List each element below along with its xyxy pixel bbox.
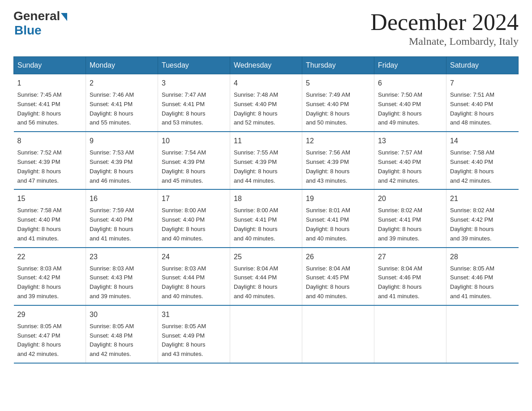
calendar-cell — [230, 305, 302, 363]
day-number: 27 — [378, 252, 442, 262]
calendar-cell: 12Sunrise: 7:56 AMSunset: 4:39 PMDayligh… — [302, 132, 374, 189]
day-number: 23 — [90, 252, 154, 262]
calendar-cell: 14Sunrise: 7:58 AMSunset: 4:40 PMDayligh… — [446, 132, 519, 189]
header-tuesday: Tuesday — [158, 57, 230, 74]
calendar-cell: 30Sunrise: 8:05 AMSunset: 4:48 PMDayligh… — [86, 305, 158, 363]
week-row-4: 22Sunrise: 8:03 AMSunset: 4:42 PMDayligh… — [14, 248, 519, 305]
calendar-cell: 4Sunrise: 7:48 AMSunset: 4:40 PMDaylight… — [230, 74, 302, 132]
calendar-header-row: SundayMondayTuesdayWednesdayThursdayFrid… — [14, 57, 519, 74]
calendar-cell: 16Sunrise: 7:59 AMSunset: 4:40 PMDayligh… — [86, 189, 158, 247]
calendar-cell: 7Sunrise: 7:51 AMSunset: 4:40 PMDaylight… — [446, 74, 519, 132]
calendar-cell: 10Sunrise: 7:54 AMSunset: 4:39 PMDayligh… — [158, 132, 230, 189]
header-saturday: Saturday — [446, 57, 519, 74]
day-info: Sunrise: 8:04 AMSunset: 4:45 PMDaylight:… — [306, 264, 370, 301]
week-row-1: 1Sunrise: 7:45 AMSunset: 4:41 PMDaylight… — [14, 74, 519, 132]
day-number: 24 — [162, 252, 226, 262]
header-wednesday: Wednesday — [230, 57, 302, 74]
day-info: Sunrise: 7:51 AMSunset: 4:40 PMDaylight:… — [450, 90, 515, 128]
day-number: 12 — [306, 136, 370, 146]
day-number: 11 — [234, 136, 298, 146]
day-info: Sunrise: 8:03 AMSunset: 4:42 PMDaylight:… — [17, 264, 82, 301]
day-info: Sunrise: 8:03 AMSunset: 4:43 PMDaylight:… — [90, 264, 154, 301]
day-info: Sunrise: 8:05 AMSunset: 4:47 PMDaylight:… — [17, 322, 82, 359]
day-number: 9 — [90, 136, 154, 146]
calendar-cell: 1Sunrise: 7:45 AMSunset: 4:41 PMDaylight… — [14, 74, 86, 132]
calendar-cell: 24Sunrise: 8:03 AMSunset: 4:44 PMDayligh… — [158, 248, 230, 305]
calendar-cell: 26Sunrise: 8:04 AMSunset: 4:45 PMDayligh… — [302, 248, 374, 305]
week-row-3: 15Sunrise: 7:58 AMSunset: 4:40 PMDayligh… — [14, 189, 519, 247]
header-sunday: Sunday — [14, 57, 86, 74]
day-number: 14 — [450, 136, 515, 146]
day-number: 10 — [162, 136, 226, 146]
day-info: Sunrise: 7:54 AMSunset: 4:39 PMDaylight:… — [162, 148, 226, 185]
day-info: Sunrise: 8:04 AMSunset: 4:46 PMDaylight:… — [378, 264, 442, 301]
day-info: Sunrise: 8:05 AMSunset: 4:48 PMDaylight:… — [90, 322, 154, 359]
title-block: December 2024 Malnate, Lombardy, Italy — [370, 9, 519, 47]
day-number: 28 — [450, 252, 515, 262]
day-info: Sunrise: 8:02 AMSunset: 4:42 PMDaylight:… — [450, 206, 515, 243]
calendar-cell: 23Sunrise: 8:03 AMSunset: 4:43 PMDayligh… — [86, 248, 158, 305]
logo-blue-text: Blue — [14, 23, 67, 38]
day-info: Sunrise: 8:05 AMSunset: 4:49 PMDaylight:… — [162, 322, 226, 359]
calendar-cell: 8Sunrise: 7:52 AMSunset: 4:39 PMDaylight… — [14, 132, 86, 189]
header-friday: Friday — [374, 57, 446, 74]
calendar-cell: 31Sunrise: 8:05 AMSunset: 4:49 PMDayligh… — [158, 305, 230, 363]
week-row-5: 29Sunrise: 8:05 AMSunset: 4:47 PMDayligh… — [14, 305, 519, 363]
day-info: Sunrise: 8:03 AMSunset: 4:44 PMDaylight:… — [162, 264, 226, 301]
day-number: 19 — [306, 193, 370, 204]
logo: General Blue — [13, 9, 67, 38]
calendar-cell — [446, 305, 519, 363]
calendar-cell: 5Sunrise: 7:49 AMSunset: 4:40 PMDaylight… — [302, 74, 374, 132]
day-info: Sunrise: 7:50 AMSunset: 4:40 PMDaylight:… — [378, 90, 442, 128]
day-info: Sunrise: 7:59 AMSunset: 4:40 PMDaylight:… — [90, 206, 154, 243]
calendar-cell: 18Sunrise: 8:00 AMSunset: 4:41 PMDayligh… — [230, 189, 302, 247]
day-info: Sunrise: 7:56 AMSunset: 4:39 PMDaylight:… — [306, 148, 370, 185]
day-info: Sunrise: 8:02 AMSunset: 4:41 PMDaylight:… — [378, 206, 442, 243]
day-number: 29 — [17, 309, 82, 320]
calendar-cell: 27Sunrise: 8:04 AMSunset: 4:46 PMDayligh… — [374, 248, 446, 305]
day-info: Sunrise: 7:49 AMSunset: 4:40 PMDaylight:… — [306, 90, 370, 128]
calendar-cell: 25Sunrise: 8:04 AMSunset: 4:44 PMDayligh… — [230, 248, 302, 305]
day-number: 7 — [450, 78, 515, 89]
day-number: 20 — [378, 193, 442, 204]
header-monday: Monday — [86, 57, 158, 74]
day-number: 8 — [17, 136, 82, 146]
day-info: Sunrise: 8:04 AMSunset: 4:44 PMDaylight:… — [234, 264, 298, 301]
day-info: Sunrise: 8:05 AMSunset: 4:46 PMDaylight:… — [450, 264, 515, 301]
day-info: Sunrise: 7:57 AMSunset: 4:40 PMDaylight:… — [378, 148, 442, 185]
day-info: Sunrise: 7:58 AMSunset: 4:40 PMDaylight:… — [450, 148, 515, 185]
day-number: 21 — [450, 193, 515, 204]
calendar-cell: 13Sunrise: 7:57 AMSunset: 4:40 PMDayligh… — [374, 132, 446, 189]
day-info: Sunrise: 7:46 AMSunset: 4:41 PMDaylight:… — [90, 90, 154, 128]
day-number: 2 — [90, 78, 154, 89]
location-subtitle: Malnate, Lombardy, Italy — [370, 35, 519, 47]
day-info: Sunrise: 8:00 AMSunset: 4:40 PMDaylight:… — [162, 206, 226, 243]
logo-arrow-icon — [61, 13, 67, 21]
calendar-cell: 22Sunrise: 8:03 AMSunset: 4:42 PMDayligh… — [14, 248, 86, 305]
day-info: Sunrise: 8:00 AMSunset: 4:41 PMDaylight:… — [234, 206, 298, 243]
day-info: Sunrise: 7:53 AMSunset: 4:39 PMDaylight:… — [90, 148, 154, 185]
day-number: 4 — [234, 78, 298, 89]
calendar-cell: 3Sunrise: 7:47 AMSunset: 4:41 PMDaylight… — [158, 74, 230, 132]
calendar-cell: 9Sunrise: 7:53 AMSunset: 4:39 PMDaylight… — [86, 132, 158, 189]
day-number: 26 — [306, 252, 370, 262]
day-number: 6 — [378, 78, 442, 89]
day-number: 18 — [234, 193, 298, 204]
calendar-cell: 2Sunrise: 7:46 AMSunset: 4:41 PMDaylight… — [86, 74, 158, 132]
day-number: 22 — [17, 252, 82, 262]
header-thursday: Thursday — [302, 57, 374, 74]
day-info: Sunrise: 7:45 AMSunset: 4:41 PMDaylight:… — [17, 90, 82, 128]
calendar-cell: 28Sunrise: 8:05 AMSunset: 4:46 PMDayligh… — [446, 248, 519, 305]
day-info: Sunrise: 8:01 AMSunset: 4:41 PMDaylight:… — [306, 206, 370, 243]
day-info: Sunrise: 7:55 AMSunset: 4:39 PMDaylight:… — [234, 148, 298, 185]
calendar-cell: 11Sunrise: 7:55 AMSunset: 4:39 PMDayligh… — [230, 132, 302, 189]
calendar-cell: 17Sunrise: 8:00 AMSunset: 4:40 PMDayligh… — [158, 189, 230, 247]
calendar-cell: 15Sunrise: 7:58 AMSunset: 4:40 PMDayligh… — [14, 189, 86, 247]
day-info: Sunrise: 7:47 AMSunset: 4:41 PMDaylight:… — [162, 90, 226, 128]
calendar-table: SundayMondayTuesdayWednesdayThursdayFrid… — [13, 56, 519, 364]
day-info: Sunrise: 7:48 AMSunset: 4:40 PMDaylight:… — [234, 90, 298, 128]
day-number: 5 — [306, 78, 370, 89]
day-number: 3 — [162, 78, 226, 89]
calendar-cell: 19Sunrise: 8:01 AMSunset: 4:41 PMDayligh… — [302, 189, 374, 247]
calendar-cell — [374, 305, 446, 363]
